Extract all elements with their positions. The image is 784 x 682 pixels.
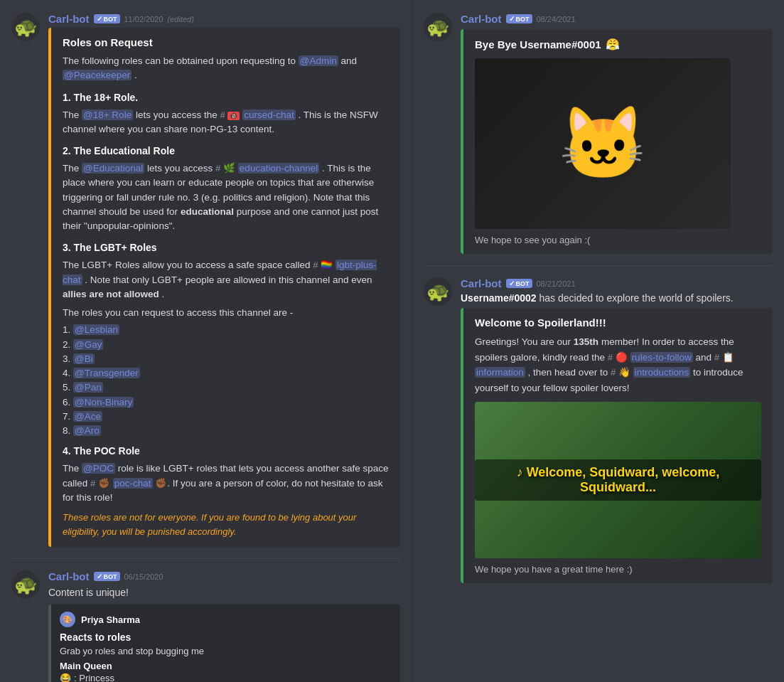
section-header-poc: 4. The POC Role: [63, 444, 389, 459]
quote-header: 🎨 Priya Sharma: [60, 612, 392, 627]
role-item-aro: 8. @Aro: [63, 424, 389, 438]
hash-icon-3: #: [313, 260, 318, 270]
bot-badge-2: ✓ BOT: [94, 572, 120, 581]
member-count: 135th: [574, 336, 598, 347]
channel-rules[interactable]: rules-to-follow: [630, 352, 693, 363]
section-header-18: 1. The 18+ Role.: [63, 90, 389, 105]
hash-icon-1: #: [220, 110, 225, 120]
bye-footer: We hope to see you again :(: [475, 235, 761, 245]
intro-text: The following roles can be obtained upon…: [63, 55, 299, 66]
spoilerland-desc: Greetings! You are our 135th member! In …: [475, 334, 761, 396]
timestamp-2: 06/15/2020: [124, 572, 163, 581]
princess-text: : Princess: [74, 673, 114, 682]
message-header-r2: Carl-bot ✓ BOT 08/21/2021: [461, 277, 773, 289]
quote-desc: Grab yo roles and stop bugging me: [60, 646, 392, 656]
channel-poc[interactable]: poc-chat: [113, 478, 153, 489]
message-header-1: Carl-bot ✓ BOT 11/02/2020 (edited): [48, 13, 400, 25]
embed-title-roles: Roles on Request: [63, 36, 389, 48]
role-item-bi: 3. @Bi: [63, 352, 389, 366]
hash-icon-4: #: [90, 478, 95, 489]
bye-emoji: 😤: [606, 38, 620, 51]
bold-educational: educational: [181, 206, 234, 217]
bot-name-r2: Carl-bot: [461, 277, 502, 289]
divider-r1: [424, 265, 773, 266]
mention-poc[interactable]: @POC: [82, 463, 115, 474]
embed-desc: The following roles can be obtained upon…: [63, 54, 389, 538]
spoilerland-title: Welcome to Spoilerland!!!: [475, 316, 761, 329]
carlbot-avatar-r2: 🐢: [424, 277, 452, 306]
spoiler-intro-text: has decided to explore the world of spoi…: [539, 292, 734, 304]
embed-roles: Roles on Request The following roles can…: [48, 28, 400, 547]
cat-image: 🐱: [475, 58, 731, 229]
right-panel: 🐢 Carl-bot ✓ BOT 08/24/2021 Bye Bye User…: [412, 0, 784, 682]
quote-card: 🎨 Priya Sharma Reacts to roles Grab yo r…: [48, 604, 400, 682]
hash-icon-2: #: [215, 163, 220, 174]
section-header-edu: 2. The Educational Role: [63, 144, 389, 159]
hash-icon-r2: #: [714, 352, 719, 363]
message-content-unique: 🐢 Carl-bot ✓ BOT 06/15/2020 Content is u…: [0, 565, 412, 682]
quote-title: Reacts to roles: [60, 632, 392, 643]
bot-badge-r1: ✓ BOT: [506, 14, 532, 23]
message-body-2: Carl-bot ✓ BOT 06/15/2020 Content is uni…: [48, 570, 400, 682]
mention-18-role[interactable]: @18+ Role: [82, 110, 133, 120]
message-header-r1: Carl-bot ✓ BOT 08/24/2021: [461, 13, 773, 25]
carlbot-avatar-1: 🐢: [11, 13, 40, 41]
channel-cursed-chat[interactable]: cursed-chat: [242, 110, 296, 120]
hash-icon-r1: #: [608, 352, 613, 363]
priya-name: Priya Sharma: [81, 614, 140, 625]
bot-name-2: Carl-bot: [48, 570, 90, 582]
hash-icon-r3: #: [611, 367, 616, 378]
bye-bye-embed: Bye Bye Username#0001 😤 🐱 We hope to see…: [461, 29, 773, 254]
bot-badge-r2: ✓ BOT: [506, 279, 532, 288]
cat-emoji: 🐱: [559, 102, 648, 186]
spoiler-username: Username#0002: [461, 292, 537, 304]
carlbot-avatar-2: 🐢: [11, 570, 40, 599]
role-item-pan: 5. @Pan: [63, 380, 389, 395]
bye-bye-username: Bye Bye Username#0001: [475, 38, 601, 50]
message-body-r1: Carl-bot ✓ BOT 08/24/2021 Bye Bye Userna…: [461, 13, 773, 254]
sponge-text: ♪ Welcome, Squidward, welcome, Squidward…: [517, 465, 720, 494]
bot-name-r1: Carl-bot: [461, 13, 502, 25]
role-item-ace: 7. @Ace: [63, 410, 389, 424]
main-queen-item: 😂 : Princess: [60, 673, 392, 682]
priya-avatar: 🎨: [60, 612, 75, 627]
spoilerland-embed: Welcome to Spoilerland!!! Greetings! You…: [461, 308, 773, 583]
role-item-nonbinary: 6. @Non-Binary: [63, 395, 389, 410]
channel-education[interactable]: education-channel: [238, 163, 319, 174]
warning-text: These roles are not for everyone. If you…: [63, 511, 389, 538]
section-header-lgbt: 3. The LGBT+ Roles: [63, 240, 389, 255]
nsfw-badge: 🔞: [227, 112, 240, 120]
bold-allies: allies are not allowed: [63, 289, 159, 299]
spoilerland-footer: We hope you have a great time here :): [475, 564, 761, 575]
message-bye-bye: 🐢 Carl-bot ✓ BOT 08/24/2021 Bye Bye User…: [412, 7, 784, 260]
edited-label-1: (edited): [168, 15, 194, 23]
mention-educational[interactable]: @Educational: [82, 163, 144, 174]
main-queen-title: Main Queen: [60, 661, 392, 671]
timestamp-r1: 08/24/2021: [537, 15, 576, 23]
timestamp-r2: 08/21/2021: [537, 279, 576, 288]
message-spoilerland: 🐢 Carl-bot ✓ BOT 08/21/2021 Username#000…: [412, 272, 784, 589]
mention-peacekeeper[interactable]: @Peacekeeper: [63, 70, 131, 80]
timestamp-1: 11/02/2020: [124, 15, 163, 23]
channel-introductions[interactable]: introductions: [633, 367, 691, 378]
message-body-r2: Carl-bot ✓ BOT 08/21/2021 Username#0002 …: [461, 277, 773, 583]
laugh-emoji: 😂: [60, 673, 71, 682]
role-item-transgender: 4. @Transgender: [63, 366, 389, 380]
left-panel: 🐢 Carl-bot ✓ BOT 11/02/2020 (edited) Rol…: [0, 0, 412, 682]
bot-name-1: Carl-bot: [48, 13, 90, 25]
role-item-gay: 2. @Gay: [63, 338, 389, 352]
carlbot-avatar-r1: 🐢: [424, 13, 452, 41]
divider-1: [11, 558, 400, 559]
mention-admin[interactable]: @Admin: [299, 55, 338, 66]
role-item-lesbian: 1. @Lesbian: [63, 323, 389, 337]
message-roles-on-request: 🐢 Carl-bot ✓ BOT 11/02/2020 (edited) Rol…: [0, 7, 412, 553]
message-header-2: Carl-bot ✓ BOT 06/15/2020: [48, 570, 400, 582]
bot-badge-1: ✓ BOT: [94, 14, 120, 23]
content-unique-text: Content is unique!: [48, 585, 400, 600]
sponge-image: ♪ Welcome, Squidward, welcome, Squidward…: [475, 402, 761, 558]
channel-information[interactable]: information: [475, 367, 525, 378]
message-body-1: Carl-bot ✓ BOT 11/02/2020 (edited) Roles…: [48, 13, 400, 547]
